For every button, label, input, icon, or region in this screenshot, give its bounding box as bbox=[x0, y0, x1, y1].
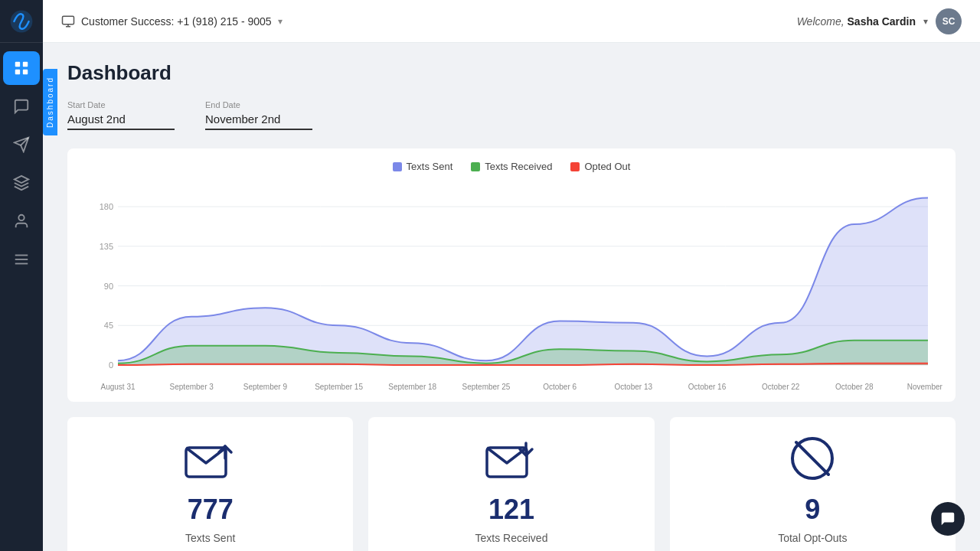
content-area: Dashboard Start Date End Date Texts Sent bbox=[43, 43, 980, 551]
stats-row: 777 Texts Sent 121 Texts Received bbox=[67, 417, 956, 551]
svg-rect-1 bbox=[15, 62, 20, 67]
legend-opted-label: Opted Out bbox=[584, 161, 630, 172]
legend-sent-dot bbox=[393, 162, 402, 171]
svg-marker-7 bbox=[15, 176, 28, 183]
stat-value-optouts: 9 bbox=[805, 494, 820, 526]
legend-opted: Opted Out bbox=[570, 161, 630, 172]
chat-bubble[interactable] bbox=[931, 502, 965, 536]
chart-container: Texts Sent Texts Received Opted Out bbox=[67, 148, 956, 402]
stat-label-received: Texts Received bbox=[475, 532, 548, 544]
date-range-row: Start Date End Date bbox=[67, 100, 956, 130]
customer-info[interactable]: Customer Success: +1 (918) 215 - 9005 ▾ bbox=[61, 15, 283, 28]
sidebar-item-contacts[interactable] bbox=[3, 204, 40, 238]
user-chevron[interactable]: ▾ bbox=[923, 16, 928, 27]
legend-sent-label: Texts Sent bbox=[407, 161, 453, 172]
svg-point-8 bbox=[18, 215, 24, 220]
block-icon bbox=[785, 435, 840, 484]
sidebar-item-dashboard[interactable] bbox=[3, 51, 40, 85]
header: Customer Success: +1 (918) 215 - 9005 ▾ … bbox=[43, 0, 980, 43]
line-chart bbox=[80, 181, 943, 396]
start-date-label: Start Date bbox=[67, 100, 175, 109]
welcome-text: Welcome, Sasha Cardin bbox=[797, 15, 916, 28]
send-icon bbox=[183, 435, 238, 484]
stat-card-optouts: 9 Total Opt-Outs bbox=[670, 417, 956, 551]
sidebar-item-conversations[interactable] bbox=[3, 90, 40, 123]
stat-card-sent: 777 Texts Sent bbox=[67, 417, 353, 551]
legend-received: Texts Received bbox=[471, 161, 552, 172]
chart-legend: Texts Sent Texts Received Opted Out bbox=[80, 161, 943, 172]
page-title: Dashboard bbox=[67, 61, 956, 85]
stat-label-sent: Texts Sent bbox=[185, 532, 235, 544]
legend-received-dot bbox=[471, 162, 480, 171]
chart-wrapper bbox=[80, 181, 943, 396]
user-area: Welcome, Sasha Cardin ▾ SC bbox=[797, 8, 962, 34]
stat-value-received: 121 bbox=[488, 494, 534, 526]
svg-rect-3 bbox=[15, 70, 20, 74]
end-date-field: End Date bbox=[205, 100, 312, 130]
sidebar-item-flows[interactable] bbox=[3, 166, 40, 200]
svg-line-20 bbox=[796, 442, 828, 474]
logo[interactable] bbox=[0, 0, 43, 43]
end-date-label: End Date bbox=[205, 100, 312, 109]
sidebar-item-campaigns[interactable] bbox=[3, 128, 40, 161]
sidebar: Dashboard bbox=[0, 0, 43, 551]
avatar[interactable]: SC bbox=[936, 8, 962, 34]
customer-chevron[interactable]: ▾ bbox=[278, 16, 283, 27]
receive-icon bbox=[484, 435, 539, 484]
main-container: Customer Success: +1 (918) 215 - 9005 ▾ … bbox=[43, 0, 980, 551]
legend-received-label: Texts Received bbox=[485, 161, 552, 172]
legend-sent: Texts Sent bbox=[393, 161, 453, 172]
stat-label-optouts: Total Opt-Outs bbox=[778, 532, 847, 544]
legend-opted-dot bbox=[570, 162, 580, 171]
end-date-input[interactable] bbox=[205, 112, 312, 130]
svg-rect-12 bbox=[63, 16, 74, 24]
customer-icon bbox=[61, 15, 75, 28]
stat-card-received: 121 Texts Received bbox=[368, 417, 654, 551]
customer-label: Customer Success: +1 (918) 215 - 9005 bbox=[81, 15, 272, 28]
start-date-field: Start Date bbox=[67, 100, 175, 130]
chat-bubble-icon bbox=[939, 510, 956, 527]
svg-rect-2 bbox=[23, 62, 28, 67]
stat-value-sent: 777 bbox=[188, 494, 234, 526]
start-date-input[interactable] bbox=[67, 112, 175, 130]
sidebar-item-menu[interactable] bbox=[3, 243, 40, 276]
svg-rect-4 bbox=[23, 70, 28, 74]
